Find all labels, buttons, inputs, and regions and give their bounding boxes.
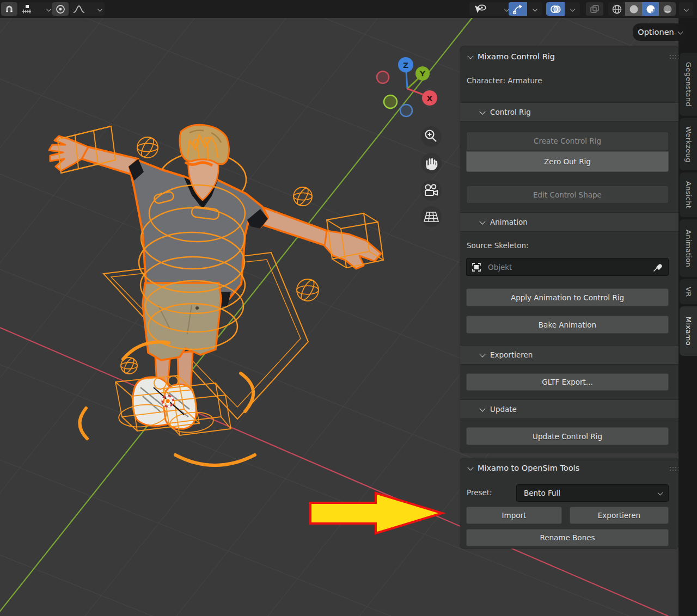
proportional-editing-button[interactable] <box>52 2 69 16</box>
overlays-dropdown[interactable] <box>565 2 580 16</box>
sphere-control <box>137 137 158 159</box>
animation-subpanel-header[interactable]: Animation <box>460 212 678 232</box>
selectability-icon <box>473 4 487 15</box>
sphere-control <box>297 279 319 302</box>
xray-toggle-icon <box>589 4 600 15</box>
tab-ansicht[interactable]: Ansicht <box>680 173 697 217</box>
shading-material-button[interactable] <box>642 2 659 16</box>
collapse-chevron-icon <box>480 219 485 225</box>
panel-header[interactable]: Mixamo to OpenSim Tools <box>460 458 678 478</box>
navigation-gizmo[interactable]: Z Y X <box>377 57 437 116</box>
gizmo-y-label: Y <box>419 70 425 78</box>
shading-material-icon <box>645 4 656 15</box>
panel-grip-handle[interactable] <box>670 55 671 56</box>
mixamo-control-rig-panel: Mixamo Control Rig Character: Armature C… <box>460 46 678 453</box>
control-rig-subpanel-header[interactable]: Control Rig <box>460 102 678 122</box>
tab-label: Gegenstand <box>684 62 693 107</box>
chevron-down-icon <box>570 7 574 11</box>
source-skeleton-label: Source Skeleton: <box>467 241 529 250</box>
proportional-editing-icon <box>56 4 65 14</box>
perspective-button[interactable] <box>421 206 442 227</box>
create-control-rig-button[interactable]: Create Control Rig <box>466 132 669 150</box>
tab-label: VR <box>684 287 693 297</box>
xray-toggle[interactable] <box>586 2 603 16</box>
object-field-placeholder: Objekt <box>488 263 512 272</box>
preset-dropdown[interactable]: Bento Full <box>516 484 669 502</box>
gltf-export-button[interactable]: GLTF Export... <box>466 373 669 391</box>
subpanel-title: Control Rig <box>490 108 531 116</box>
overlays-toggle-icon <box>550 4 561 15</box>
character-label: Character: Armature <box>467 76 542 85</box>
options-label: Optionen <box>638 28 674 36</box>
viewport-nav-buttons <box>421 126 442 227</box>
show-overlays-toggle[interactable] <box>546 2 565 16</box>
eyedropper-icon[interactable] <box>652 262 663 273</box>
chevron-down-icon <box>658 491 662 495</box>
tab-vr[interactable]: VR <box>680 279 697 304</box>
shorts-button <box>195 306 199 310</box>
blender-window: Z Y X <box>0 0 697 616</box>
shading-solid-button[interactable] <box>625 2 642 16</box>
sidebar-tab-strip: Gegenstand Werkzeug Ansicht Animation VR… <box>678 18 697 616</box>
zoom-button[interactable] <box>421 126 442 147</box>
options-button[interactable]: Optionen <box>633 23 687 41</box>
snap-toggle-button[interactable] <box>1 2 17 16</box>
preset-label: Preset: <box>467 488 492 497</box>
viewport-header <box>0 0 697 18</box>
chevron-down-icon <box>46 7 51 11</box>
source-skeleton-object-field[interactable]: Objekt <box>466 258 669 276</box>
collapse-chevron-icon <box>468 54 473 59</box>
update-subpanel-header[interactable]: Update <box>460 399 678 419</box>
gizmo-x-label: X <box>427 94 433 103</box>
gizmo-minus-z[interactable] <box>400 104 412 116</box>
tab-label: Werkzeug <box>684 126 693 163</box>
chevron-down-icon <box>504 7 509 11</box>
show-gizmo-toggle[interactable] <box>509 2 527 16</box>
edit-control-shape-button[interactable]: Edit Control Shape <box>466 186 669 204</box>
update-control-rig-button[interactable]: Update Control Rig <box>466 427 669 445</box>
magnet-icon <box>4 4 14 14</box>
preset-value: Bento Full <box>524 489 560 497</box>
hair <box>180 125 229 164</box>
zero-out-rig-button[interactable]: Zero Out Rig <box>466 151 669 172</box>
selectability-dropdown[interactable] <box>469 2 512 16</box>
panel-header[interactable]: Mixamo Control Rig <box>460 46 678 67</box>
tab-label: Ansicht <box>684 181 693 208</box>
apply-animation-button[interactable]: Apply Animation to Control Rig <box>466 288 669 306</box>
subpanel-title: Update <box>490 405 517 414</box>
gizmo-z-label: Z <box>403 61 408 70</box>
gizmo-minus-y[interactable] <box>384 95 397 108</box>
export-subpanel-header[interactable]: Exportieren <box>460 345 678 365</box>
chevron-down-icon <box>533 7 537 11</box>
pan-button[interactable] <box>421 153 442 174</box>
import-button[interactable]: Import <box>466 507 562 524</box>
tab-label: Mixamo <box>684 317 693 346</box>
bake-animation-button[interactable]: Bake Animation <box>466 316 669 334</box>
collapse-chevron-icon <box>480 406 485 412</box>
tab-gegenstand[interactable]: Gegenstand <box>680 53 697 116</box>
falloff-dropdown[interactable] <box>70 2 105 16</box>
snap-target-dropdown[interactable] <box>19 2 53 16</box>
tab-mixamo[interactable]: Mixamo <box>680 306 697 356</box>
export-button[interactable]: Exportieren <box>570 507 669 524</box>
rename-bones-button[interactable]: Rename Bones <box>466 529 669 546</box>
shading-dropdown[interactable] <box>679 2 693 16</box>
gizmo-minus-x[interactable] <box>377 71 389 83</box>
snap-target-icon <box>21 4 32 15</box>
gizmo-dropdown[interactable] <box>527 2 542 16</box>
falloff-curve-icon <box>72 4 85 14</box>
shading-solid-icon <box>628 4 639 15</box>
camera-view-button[interactable] <box>421 180 442 201</box>
mixamo-opensim-panel: Mixamo to OpenSim Tools Preset: Bento Fu… <box>460 458 678 549</box>
shading-rendered-button[interactable] <box>659 2 676 16</box>
shading-wireframe-button[interactable] <box>608 2 625 16</box>
panel-title: Mixamo to OpenSim Tools <box>478 464 579 472</box>
subpanel-title: Animation <box>490 218 528 226</box>
collapse-chevron-icon <box>480 109 485 115</box>
chevron-down-icon <box>684 7 688 11</box>
panel-grip-handle[interactable] <box>670 467 671 468</box>
sphere-control <box>294 187 312 206</box>
tab-werkzeug[interactable]: Werkzeug <box>680 118 697 170</box>
left-hand <box>49 136 88 171</box>
tab-animation[interactable]: Animation <box>680 219 697 277</box>
